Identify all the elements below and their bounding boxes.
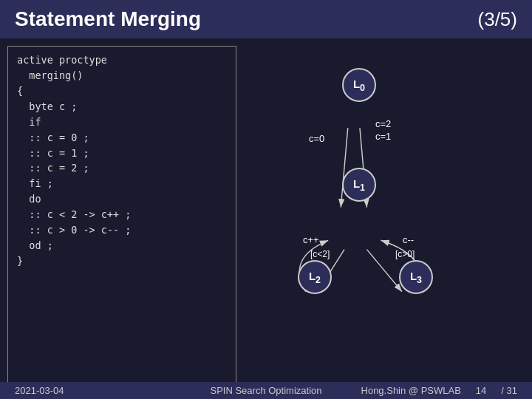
code-text: active proctype merging() { byte c ; if … [17, 52, 227, 269]
footer-total: / 31 [501, 385, 517, 396]
label-c-lt-2: [c<2] [310, 249, 330, 259]
label-cpp: c++ [303, 234, 319, 245]
label-c2: c=2 [375, 118, 391, 129]
label-c1: c=1 [375, 131, 391, 142]
graph-svg [244, 38, 532, 393]
label-c0: c=0 [309, 133, 324, 144]
footer-date: 2021-03-04 [15, 385, 64, 396]
label-cmm: c-- [403, 234, 414, 245]
diagram-panel: L0 L1 L2 L3 c=0 c=2 c=1 c++ [c<2] c-- [c… [244, 38, 532, 393]
node-L0: L0 [342, 68, 376, 102]
node-L1: L1 [342, 168, 376, 202]
slide-title: Statement Merging [15, 7, 201, 31]
footer-author: Hong.Shin @ PSWLAB [361, 385, 461, 396]
node-L3: L3 [399, 260, 433, 294]
slide-header: Statement Merging (3/5) [0, 0, 532, 38]
footer-title: SPIN Search Optimization [210, 385, 321, 396]
slide-number: (3/5) [478, 8, 517, 31]
node-L2: L2 [298, 260, 332, 294]
slide-footer: 2021-03-04 SPIN Search Optimization Hong… [0, 382, 532, 399]
footer-right: Hong.Shin @ PSWLAB 14 / 31 [361, 385, 517, 396]
footer-page: 14 [476, 385, 486, 396]
label-c-gt-0: [c>0] [395, 249, 415, 259]
code-panel: active proctype merging() { byte c ; if … [7, 46, 236, 386]
main-content: active proctype merging() { byte c ; if … [0, 38, 532, 393]
